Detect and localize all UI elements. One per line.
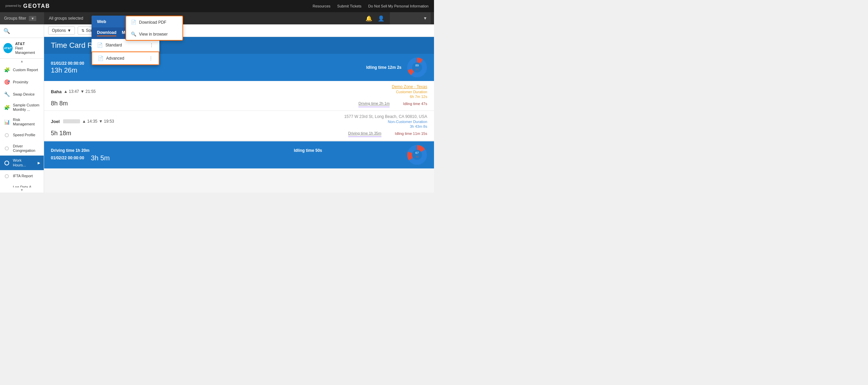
- sidebar-item-risk-management[interactable]: 📊 Risk Management: [0, 115, 44, 129]
- search-icon[interactable]: 🔍: [3, 28, 10, 34]
- user-dropdown[interactable]: ▼: [390, 12, 431, 24]
- driver-joel-duration-label: Non-Customer Duration: [388, 120, 427, 124]
- groups-filter-label: Groups filter: [4, 16, 26, 21]
- driver-baha-location[interactable]: Demo Zone - Texas: [392, 84, 428, 89]
- content-area: Options ▼ ⇅ Sort by: Name ▼ Report Web D…: [44, 24, 434, 192]
- all-groups-text: All groups selected: [44, 16, 83, 21]
- risk-icon: 📊: [3, 119, 10, 125]
- user-icon[interactable]: 👤: [378, 15, 384, 22]
- driver-joel-name-area: Joel ▲ 14:35 ▼ 19:53: [51, 119, 114, 124]
- pdf-file-icon: 📄: [131, 24, 136, 25]
- sidebar-item-label: Sample Custom Monthly ...: [13, 103, 40, 112]
- driver-joel-right: 1577 W 23rd St, Long Beach, CA 90810, US…: [344, 114, 427, 128]
- proximity-icon: 🎯: [3, 79, 10, 85]
- date-block-1-hours: 13h 26m: [51, 66, 84, 74]
- sidebar-item-log-data[interactable]: Log Data & Collisions: [0, 182, 44, 187]
- sidebar-item-work-hours[interactable]: Work Hours... ▶: [0, 156, 44, 170]
- driver-joel-location: 1577 W 23rd St, Long Beach, CA 90810, US…: [344, 114, 427, 119]
- driver-baha-driving: Driving time 2h 1m: [358, 100, 390, 107]
- date-block-2: Driving time 1h 20m Idling time 50s 01/0…: [44, 141, 434, 168]
- date-block-2-left: Driving time 1h 20m Idling time 50s 01/0…: [51, 148, 322, 162]
- driver-joel-hours: 5h 18m: [51, 130, 71, 137]
- groups-filter-button[interactable]: Groups filter ▼: [0, 12, 44, 24]
- brand-text: AT&T Fleet Management: [15, 41, 40, 55]
- sidebar-item-label: Speed Profile: [13, 133, 40, 137]
- dropdown-advanced-item[interactable]: 📄 Advanced ⋮: [92, 52, 159, 65]
- sidebar-item-swap-device[interactable]: 🔧 Swap Device: [0, 88, 44, 100]
- sidebar-item-driver-congregation[interactable]: Driver Congregation: [0, 141, 44, 156]
- driver-baha-duration-label: Customer Duration: [396, 90, 427, 94]
- speed-icon: [3, 132, 10, 139]
- pdf-popup-download[interactable]: 📄 Download PDF: [126, 24, 182, 28]
- date-block-1-left: 01/01/22 00:00:00 13h 26m: [51, 61, 84, 74]
- options-label: Options: [52, 28, 66, 33]
- driver-joel-stats: Driving time 1h 35m Idling time 11m 15s: [348, 130, 427, 137]
- dropdown-standard-item[interactable]: 📄 Standard ⋮: [92, 39, 159, 52]
- donut-chart-1: 89 11: [407, 57, 427, 78]
- bell-icon[interactable]: 🔔: [366, 15, 372, 22]
- svg-text:11: 11: [416, 68, 419, 71]
- svg-text:89: 89: [415, 64, 419, 67]
- sidebar-item-label: Proximity: [13, 80, 40, 84]
- driver-baha-hours: 8h 8m: [51, 100, 68, 107]
- date-block-1-idling: Idling time 12m 2s: [366, 65, 401, 70]
- att-logo: AT&T: [3, 43, 13, 53]
- driver-joel-duration-value: 3h 43m 8s: [410, 124, 427, 128]
- do-not-sell-link[interactable]: Do Not Sell My Personal Information: [368, 4, 429, 8]
- sidebar-brand: AT&T AT&T Fleet Management: [0, 38, 44, 59]
- date-block-2-hours: 3h 5m: [91, 154, 110, 162]
- sidebar-scroll-up[interactable]: ▲: [0, 59, 44, 64]
- driver-row-joel-top: Joel ▲ 14:35 ▼ 19:53 1577 W 23rd St, Lon…: [51, 114, 427, 128]
- ifta-icon: [3, 173, 10, 180]
- date-block-2-top-row: Driving time 1h 20m Idling time 50s: [51, 148, 322, 153]
- driver-row-joel: Joel ▲ 14:35 ▼ 19:53 1577 W 23rd St, Lon…: [44, 111, 434, 141]
- standard-doc-icon: 📄: [97, 42, 103, 48]
- swap-icon: 🔧: [3, 91, 10, 98]
- sidebar-item-label: IFTA Report: [13, 174, 40, 178]
- driver-baha-name: Baha: [51, 89, 62, 94]
- driver-joel-time: ▲ 14:35 ▼ 19:53: [82, 119, 114, 124]
- idling-time-joel-label: Idling time 11m 15s: [395, 131, 427, 136]
- top-nav-links: Resources Submit Tickets Do Not Sell My …: [313, 4, 429, 8]
- sidebar-item-speed-profile[interactable]: Speed Profile: [0, 129, 44, 141]
- date-block-2-idling: Idling time 50s: [294, 148, 322, 153]
- driving-time-label: Driving time 2h 1m: [358, 101, 390, 105]
- user-dropdown-chevron: ▼: [423, 16, 427, 21]
- date-block-2-driving-total: Driving time 1h 20m: [51, 148, 90, 153]
- driver-joel-name: Joel: [51, 119, 60, 124]
- dropdown-download-tab[interactable]: Download: [97, 30, 116, 36]
- pdf-popup-browser[interactable]: 🔍 View in browser: [126, 28, 182, 40]
- advanced-three-dots[interactable]: ⋮: [149, 56, 153, 61]
- idling-time-label: Idling time 47s: [403, 102, 427, 106]
- sidebar-item-sample-custom[interactable]: 🧩 Sample Custom Monthly ...: [0, 100, 44, 115]
- driver-joel-name-blur: [63, 119, 80, 123]
- groups-bar-right: 🔔 👤 ▼: [366, 12, 434, 24]
- driver-baha-name-area: Baha ▲ 13:47 ▼ 21:55: [51, 89, 96, 94]
- sort-icon: ⇅: [81, 28, 84, 33]
- svg-text:33: 33: [416, 155, 419, 158]
- sidebar-item-proximity[interactable]: 🎯 Proximity: [0, 76, 44, 88]
- sidebar-search-row: 🔍: [0, 24, 44, 38]
- resources-link[interactable]: Resources: [313, 4, 331, 8]
- options-button[interactable]: Options ▼: [48, 26, 75, 35]
- main-layout: 🔍 AT&T AT&T Fleet Management ▲ 🧩 Custom …: [0, 24, 434, 192]
- date-block-2-bottom-row: 01/02/22 00:00:00 3h 5m: [51, 154, 322, 162]
- puzzle-icon: 🧩: [3, 66, 10, 73]
- sidebar-item-ifta-report[interactable]: IFTA Report: [0, 170, 44, 182]
- groups-filter-bar: Groups filter ▼ All groups selected 🔔 👤 …: [0, 12, 434, 24]
- geotab-logo: GEOTAB: [23, 3, 50, 9]
- sidebar-item-custom-report[interactable]: 🧩 Custom Report: [0, 64, 44, 76]
- sidebar: 🔍 AT&T AT&T Fleet Management ▲ 🧩 Custom …: [0, 24, 44, 192]
- driving-time-joel-label: Driving time 1h 35m: [348, 131, 381, 135]
- sidebar-scroll-down[interactable]: ▼: [0, 187, 44, 192]
- standard-three-dots[interactable]: ⋮: [149, 42, 154, 48]
- search-browser-icon: 🔍: [131, 32, 136, 37]
- log-icon: [3, 186, 10, 187]
- advanced-doc-icon: 📄: [98, 56, 103, 61]
- submit-tickets-link[interactable]: Submit Tickets: [337, 4, 362, 8]
- sidebar-item-label: Work Hours...: [13, 158, 35, 167]
- sidebar-item-label: Swap Device: [13, 92, 40, 97]
- sidebar-item-label: Driver Congregation: [13, 144, 40, 153]
- driver-baha-right: Demo Zone - Texas Customer Duration 6h 7…: [392, 84, 428, 99]
- date-block-2-date: 01/02/22 00:00:00: [51, 156, 84, 160]
